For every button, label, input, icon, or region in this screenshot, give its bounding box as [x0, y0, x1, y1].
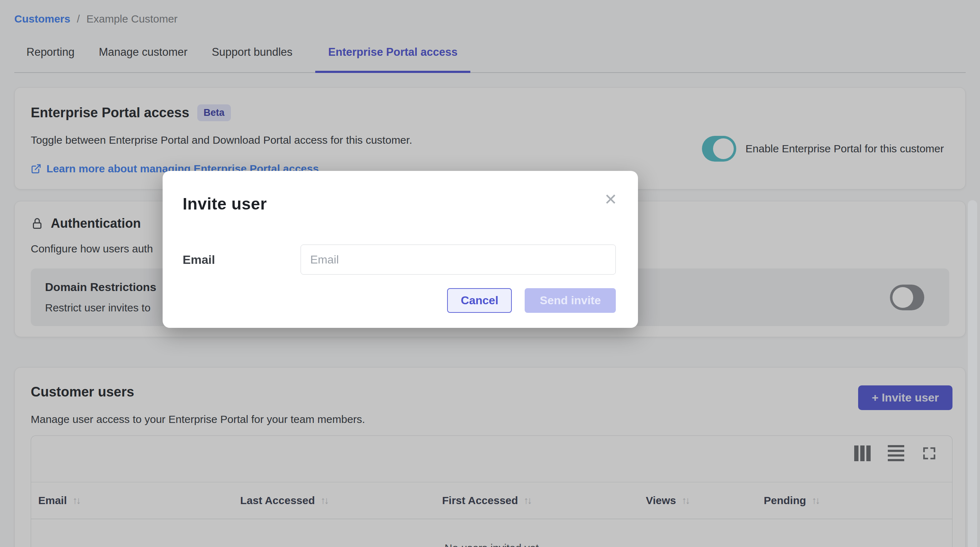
invite-user-modal: Invite user ✕ Email Cancel Send invite [162, 171, 638, 328]
send-invite-button[interactable]: Send invite [525, 288, 616, 313]
modal-title: Invite user [183, 194, 616, 214]
email-label: Email [183, 253, 301, 267]
cancel-button[interactable]: Cancel [447, 288, 512, 313]
page-scrollbar[interactable] [968, 200, 977, 547]
close-icon[interactable]: ✕ [604, 191, 617, 207]
email-field[interactable] [301, 244, 616, 274]
